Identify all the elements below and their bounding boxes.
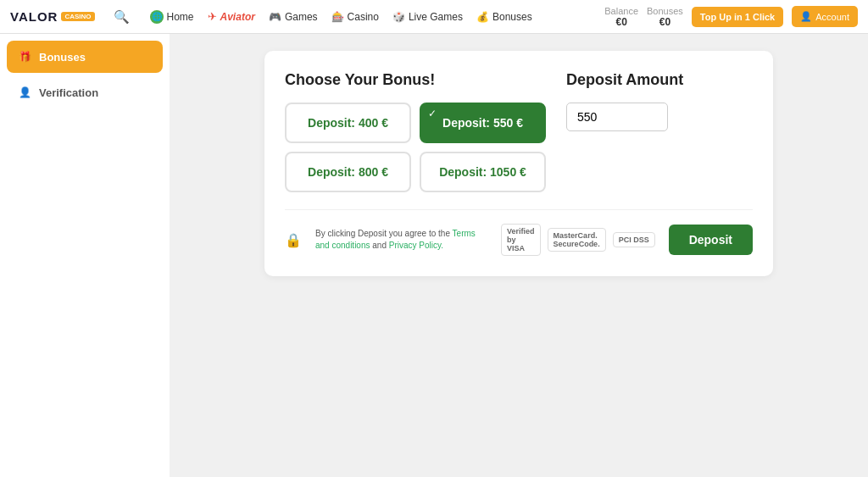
bonus-icon: 💰 bbox=[476, 11, 489, 23]
deposit-input[interactable] bbox=[566, 103, 668, 131]
logo-text: VALOR bbox=[10, 9, 58, 24]
main-nav: 🌐 Home ✈ Aviator 🎮 Games 🎰 Casino 🎲 Live… bbox=[145, 7, 537, 27]
sidebar-item-verification[interactable]: 👤 Verification bbox=[7, 76, 163, 108]
deposit-button[interactable]: Deposit bbox=[669, 225, 753, 255]
user-icon: 👤 bbox=[800, 11, 812, 22]
logo-badge: CASINO bbox=[61, 12, 94, 21]
nav-home[interactable]: 🌐 Home bbox=[145, 7, 199, 27]
bonus-option-400[interactable]: Deposit: 400 € bbox=[285, 103, 411, 143]
nav-games[interactable]: 🎮 Games bbox=[264, 8, 323, 26]
main-content: Choose Your Bonus! Deposit: 400 € ✓ Depo… bbox=[170, 34, 868, 477]
balance-box: Balance €0 bbox=[604, 6, 638, 28]
bonus-header: Choose Your Bonus! Deposit: 400 € ✓ Depo… bbox=[285, 71, 753, 192]
payment-badges: VerifiedbyVISA MasterCard.SecureCode. PC… bbox=[501, 224, 655, 256]
aviator-icon: ✈ bbox=[208, 10, 217, 23]
deposit-amount-title: Deposit Amount bbox=[566, 71, 753, 89]
privacy-link[interactable]: Privacy Policy. bbox=[389, 241, 443, 250]
deposit-amount-section: Deposit Amount bbox=[566, 71, 753, 192]
bonus-grid: Deposit: 400 € ✓ Deposit: 550 € Deposit:… bbox=[285, 103, 546, 192]
topup-button[interactable]: Top Up in 1 Click bbox=[692, 7, 783, 27]
visa-badge: VerifiedbyVISA bbox=[501, 224, 541, 256]
bonus-option-550[interactable]: ✓ Deposit: 550 € bbox=[420, 103, 546, 143]
casino-icon: 🎰 bbox=[331, 11, 344, 23]
gamepad-icon: 🎮 bbox=[269, 11, 281, 23]
selected-checkmark: ✓ bbox=[428, 108, 437, 119]
terms-text: By clicking Deposit you agree to the Ter… bbox=[315, 228, 487, 252]
choose-bonus-section: Choose Your Bonus! Deposit: 400 € ✓ Depo… bbox=[285, 71, 546, 192]
bonus-option-800[interactable]: Deposit: 800 € bbox=[285, 152, 411, 192]
header-right: Balance €0 Bonuses €0 Top Up in 1 Click … bbox=[604, 6, 858, 28]
nav-aviator[interactable]: ✈ Aviator bbox=[203, 7, 260, 26]
verify-icon: 👤 bbox=[17, 85, 32, 100]
logo[interactable]: VALOR CASINO bbox=[10, 9, 95, 24]
lock-icon: 🔒 bbox=[285, 232, 302, 248]
payment-row: 🔒 By clicking Deposit you agree to the T… bbox=[285, 209, 753, 256]
sidebar: 🎁 Bonuses 👤 Verification bbox=[0, 34, 170, 477]
live-icon: 🎲 bbox=[392, 11, 405, 23]
bonus-card: Choose Your Bonus! Deposit: 400 € ✓ Depo… bbox=[264, 51, 773, 276]
account-button[interactable]: 👤 Account bbox=[792, 6, 858, 27]
sidebar-item-bonuses[interactable]: 🎁 Bonuses bbox=[7, 41, 163, 73]
bonus-option-1050[interactable]: Deposit: 1050 € bbox=[420, 152, 546, 192]
nav-bonuses[interactable]: 💰 Bonuses bbox=[471, 8, 537, 26]
search-icon[interactable]: 🔍 bbox=[114, 9, 130, 25]
nav-live-games[interactable]: 🎲 Live Games bbox=[387, 8, 468, 26]
bonuses-box: Bonuses €0 bbox=[647, 6, 683, 28]
choose-bonus-title: Choose Your Bonus! bbox=[285, 71, 546, 89]
header: VALOR CASINO 🔍 🌐 Home ✈ Aviator 🎮 Games … bbox=[0, 0, 868, 34]
pci-badge: PCI DSS bbox=[613, 232, 655, 247]
globe-icon: 🌐 bbox=[150, 10, 164, 24]
mastercard-badge: MasterCard.SecureCode. bbox=[548, 228, 606, 252]
nav-casino[interactable]: 🎰 Casino bbox=[326, 8, 384, 26]
gift-icon: 🎁 bbox=[17, 49, 32, 64]
page-layout: 🎁 Bonuses 👤 Verification Choose Your Bon… bbox=[0, 34, 868, 477]
